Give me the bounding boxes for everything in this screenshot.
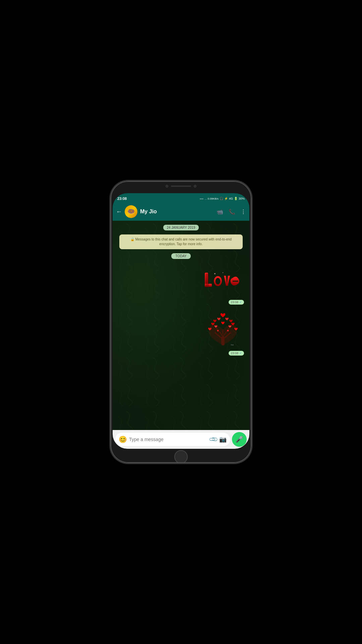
- today-badge: TODAY: [171, 253, 191, 259]
- message-input[interactable]: [129, 437, 208, 442]
- chat-header: ← 🍩 My Jio 📹 📞 ⋮: [113, 203, 249, 221]
- attach-button[interactable]: 📎: [208, 434, 219, 444]
- chat-content: 24 JANUARY 2019 🔒 Messages to this chat …: [113, 221, 249, 430]
- emoji-button[interactable]: 😊: [119, 435, 127, 443]
- message-input-container: 😊 📎 📷: [115, 433, 230, 446]
- svg-point-4: [216, 278, 220, 284]
- message-group-2: free 23:08 ✓: [116, 307, 245, 356]
- check-icon-1: ✓: [239, 301, 242, 304]
- battery-icon: 🔋: [234, 197, 238, 200]
- time-text-1: 23:08: [231, 301, 238, 304]
- back-button[interactable]: ←: [116, 208, 122, 215]
- svg-marker-5: [224, 276, 230, 286]
- chat-body: 24 JANUARY 2019 🔒 Messages to this chat …: [113, 221, 249, 430]
- mic-icon: 🎤: [236, 436, 243, 443]
- speaker: [171, 185, 191, 187]
- date-badge: 24 JANUARY 2019: [163, 225, 198, 230]
- header-actions: 📹 📞 ⋮: [217, 209, 246, 215]
- contact-info: My Jio: [140, 209, 214, 215]
- message-time-1: 23:08 ✓: [229, 300, 244, 305]
- status-right: ••• ... 0.09KB/s 🎧 ⚡ 4G 🔋 30%: [200, 197, 245, 200]
- status-dots: •••: [200, 197, 203, 200]
- message-group-1: 23:08 ✓: [116, 262, 245, 305]
- avatar-emoji: 🍩: [127, 208, 135, 215]
- status-time: 23:08: [117, 197, 127, 201]
- headphone-icon: 🎧: [220, 197, 223, 200]
- heart-tree-sticker: free: [201, 307, 245, 350]
- svg-point-7: [223, 272, 223, 273]
- love-sticker: [201, 262, 245, 299]
- network-speed: ... 0.09KB/s: [205, 197, 219, 200]
- front-camera-2: [194, 185, 196, 187]
- screen: 23:08 ••• ... 0.09KB/s 🎧 ⚡ 4G 🔋 30% ← 🍩 …: [113, 193, 249, 449]
- voice-call-icon[interactable]: 📞: [229, 209, 235, 215]
- time-text-2: 23:08: [231, 352, 238, 355]
- video-call-icon[interactable]: 📹: [217, 209, 223, 215]
- bluetooth-icon: ⚡: [224, 197, 228, 200]
- home-button[interactable]: [174, 450, 188, 463]
- home-area: [111, 451, 251, 463]
- phone-frame: 23:08 ••• ... 0.09KB/s 🎧 ⚡ 4G 🔋 30% ← 🍩 …: [111, 181, 251, 463]
- signal-4g: 4G: [229, 197, 233, 200]
- contact-name[interactable]: My Jio: [140, 209, 214, 215]
- svg-text:free: free: [231, 344, 234, 346]
- input-bar: 😊 📎 📷 🎤: [113, 430, 249, 449]
- mic-button[interactable]: 🎤: [232, 432, 247, 447]
- status-bar: 23:08 ••• ... 0.09KB/s 🎧 ⚡ 4G 🔋 30%: [113, 193, 249, 203]
- camera-button[interactable]: 📷: [219, 436, 227, 443]
- svg-point-6: [214, 273, 216, 274]
- more-options-icon[interactable]: ⋮: [241, 209, 246, 215]
- sticker-message-love: [201, 262, 245, 299]
- contact-avatar[interactable]: 🍩: [125, 205, 137, 218]
- svg-rect-2: [205, 273, 209, 287]
- battery-percent: 30%: [239, 197, 245, 200]
- phone-top: [111, 181, 251, 191]
- sticker-message-heart-tree: free: [201, 307, 245, 350]
- front-camera: [166, 185, 168, 187]
- check-icon-2: ✓: [239, 352, 242, 355]
- encryption-notice[interactable]: 🔒 Messages to this chat and calls are no…: [119, 234, 243, 249]
- message-time-2: 23:08 ✓: [229, 351, 244, 356]
